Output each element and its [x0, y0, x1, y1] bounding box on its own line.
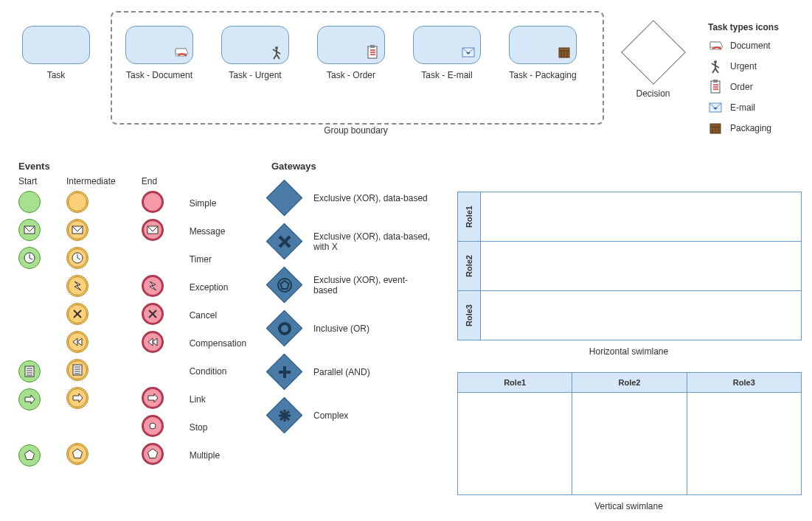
start-event-simple[interactable] — [18, 191, 41, 213]
mail-icon — [71, 223, 84, 237]
gateway-or: Inclusive (OR) — [271, 315, 431, 341]
role-cell[interactable]: Role1 — [458, 373, 572, 393]
pentagon-icon — [277, 277, 293, 293]
rewind-icon — [146, 335, 159, 349]
task-label: Task - Urgent — [229, 70, 281, 80]
end-event-compensation[interactable] — [142, 331, 164, 353]
gateway-shape[interactable] — [266, 180, 302, 216]
email-icon — [708, 100, 723, 115]
horizontal-swimlane[interactable]: Role1 Role2 Role3 — [457, 192, 802, 340]
col-header: Start — [18, 176, 41, 186]
pentagon-icon — [71, 447, 84, 461]
event-label: Compensation — [190, 332, 246, 354]
end-event-cancel[interactable] — [142, 303, 164, 325]
task-shape[interactable] — [22, 26, 90, 64]
end-event-exception[interactable] — [142, 275, 164, 297]
dot-icon — [146, 419, 159, 433]
gateway-complex: Complex — [271, 402, 431, 428]
gateway-shape[interactable] — [266, 354, 302, 390]
end-event-stop[interactable] — [142, 415, 164, 437]
task-urgent: Task - Urgent — [221, 26, 289, 80]
role-cell[interactable]: Role2 — [458, 242, 481, 290]
urgent-icon — [269, 45, 284, 60]
arrow-icon — [146, 391, 159, 405]
gateway-shape[interactable] — [266, 267, 302, 303]
document-icon — [708, 38, 723, 53]
legend-label: Packaging — [730, 123, 771, 133]
legend-label: Urgent — [730, 61, 757, 71]
decision: Decision — [622, 29, 684, 99]
bolt-icon — [71, 279, 84, 293]
intermediate-event-condition[interactable] — [66, 359, 89, 381]
start-event-timer[interactable] — [18, 247, 41, 269]
intermediate-event-cancel[interactable] — [66, 303, 89, 325]
intermediate-event-link[interactable] — [66, 387, 89, 409]
intermediate-event-compensation[interactable] — [66, 331, 89, 353]
role-label: Role1 — [465, 206, 473, 228]
gateway-shape[interactable] — [266, 397, 302, 433]
gateway-label: Exclusive (XOR), data-based — [313, 193, 431, 203]
event-label: Multiple — [190, 444, 246, 466]
gateway-shape[interactable] — [266, 223, 302, 259]
urgent-icon — [708, 59, 723, 74]
swimlane-lane: Role3 — [687, 373, 801, 494]
task-shape[interactable] — [509, 26, 577, 64]
legend-label: Document — [730, 41, 771, 51]
vertical-swimlane[interactable]: Role1 Role2 Role3 — [457, 372, 802, 495]
intermediate-event-exception[interactable] — [66, 275, 89, 297]
gateway-shape[interactable] — [266, 310, 302, 346]
order-icon — [365, 45, 380, 60]
legend-row-order: Order — [708, 80, 804, 94]
task-label: Task - E-mail — [421, 70, 472, 80]
vertical-swimlane-label: Vertical swimlane — [457, 501, 800, 511]
role-cell[interactable]: Role1 — [458, 192, 481, 241]
swimlane-lane: Role1 — [458, 373, 572, 494]
start-event-message[interactable] — [18, 219, 41, 241]
gateways-title: Gateways — [271, 161, 431, 172]
role-label: Role3 — [465, 304, 473, 326]
gateway-and: Parallel (AND) — [271, 359, 431, 385]
start-event-condition[interactable] — [18, 360, 41, 382]
intermediate-event-simple[interactable] — [66, 191, 89, 213]
end-event-message[interactable] — [142, 219, 164, 241]
end-event-multiple[interactable] — [142, 443, 164, 465]
event-label: Exception — [190, 276, 246, 298]
gateway-label: Inclusive (OR) — [313, 324, 431, 334]
intermediate-event-message[interactable] — [66, 219, 89, 241]
end-event-link[interactable] — [142, 387, 164, 409]
group-boundary-label: Group boundary — [111, 125, 601, 136]
role-label: Role2 — [465, 255, 473, 277]
task-types-legend: Task types icons Document Urgent Order E… — [708, 22, 804, 141]
task-document: Task - Document — [125, 26, 193, 80]
intermediate-event-multiple[interactable] — [66, 443, 89, 465]
task-shape[interactable] — [221, 26, 289, 64]
role-cell[interactable]: Role3 — [687, 373, 801, 393]
start-event-multiple[interactable] — [18, 444, 41, 466]
x-icon — [277, 234, 292, 249]
legend-row-email: E-mail — [708, 100, 804, 115]
arrow-icon — [71, 391, 84, 405]
col-header: End — [142, 176, 164, 186]
task-shape[interactable] — [413, 26, 481, 64]
horizontal-swimlane-label: Horizontal swimlane — [457, 346, 800, 357]
decision-shape[interactable] — [621, 20, 686, 85]
task-label: Task - Document — [126, 70, 192, 80]
task-plain: Task — [22, 26, 90, 80]
role-cell[interactable]: Role2 — [572, 373, 686, 393]
role-label: Role1 — [504, 378, 526, 387]
swimlane-lane: Role2 — [572, 373, 687, 494]
star-icon — [277, 408, 292, 423]
task-shape[interactable] — [125, 26, 193, 64]
gateways-section: Gateways Exclusive (XOR), data-based Exc… — [271, 161, 431, 446]
mail-icon — [146, 223, 159, 237]
event-label: Condition — [190, 360, 246, 382]
start-event-link[interactable] — [18, 388, 41, 410]
role-cell[interactable]: Role3 — [458, 291, 481, 340]
circle-icon — [277, 321, 292, 336]
legend-label: E-mail — [730, 102, 755, 113]
email-icon — [461, 45, 476, 60]
task-shape[interactable] — [317, 26, 385, 64]
task-email: Task - E-mail — [413, 26, 481, 80]
end-event-simple[interactable] — [142, 191, 164, 213]
intermediate-event-timer[interactable] — [66, 247, 89, 269]
